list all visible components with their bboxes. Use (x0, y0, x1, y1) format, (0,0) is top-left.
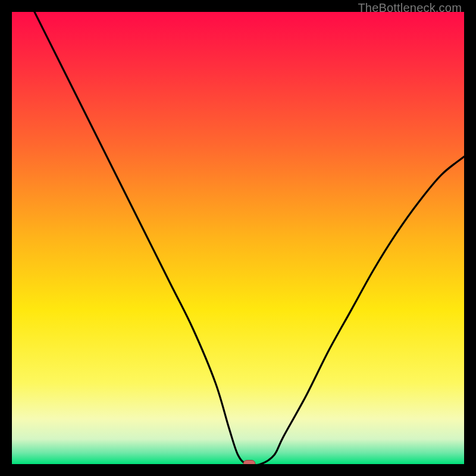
chart-frame: TheBottleneck.com (0, 0, 476, 476)
bottleneck-chart (12, 12, 464, 464)
gradient-background (12, 12, 464, 464)
plot-area (12, 12, 464, 464)
optimal-point-marker (243, 461, 255, 465)
